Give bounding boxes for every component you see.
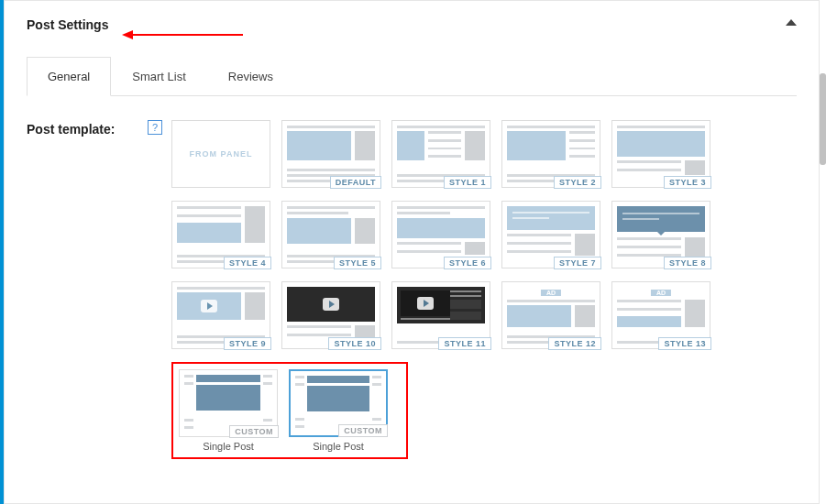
badge-style-11: STYLE 11: [438, 337, 491, 350]
template-style-2[interactable]: STYLE 2: [501, 120, 600, 188]
caption-custom-2: Single Post: [289, 441, 388, 452]
panel-content: General Smart List Reviews Post template…: [5, 45, 819, 459]
badge-style-10: STYLE 10: [328, 337, 381, 350]
template-style-9[interactable]: STYLE 9: [171, 281, 270, 349]
help-icon[interactable]: ?: [148, 120, 162, 135]
tab-general[interactable]: General: [27, 57, 111, 96]
badge-style-1: STYLE 1: [444, 176, 491, 189]
template-style-1[interactable]: STYLE 1: [391, 120, 490, 188]
tab-panel-general: Post template: ? FROM PANEL: [27, 96, 797, 459]
template-custom-1[interactable]: CUSTOM: [179, 369, 278, 437]
post-settings-panel: Post Settings General Smart List Reviews…: [4, 0, 820, 504]
tabs: General Smart List Reviews: [27, 56, 797, 96]
template-style-13[interactable]: AD STYLE 13: [611, 281, 710, 349]
badge-style-5: STYLE 5: [334, 257, 381, 269]
badge-style-8: STYLE 8: [664, 257, 711, 269]
badge-style-7: STYLE 7: [554, 257, 601, 269]
template-style-10[interactable]: STYLE 10: [281, 281, 380, 349]
annotation-arrow-line: [133, 34, 243, 36]
badge-style-13: STYLE 13: [658, 337, 711, 350]
template-style-3[interactable]: STYLE 3: [611, 120, 710, 188]
collapse-icon[interactable]: [786, 19, 797, 26]
badge-style-12: STYLE 12: [548, 337, 601, 350]
badge-style-4: STYLE 4: [224, 257, 271, 269]
tab-smart-list[interactable]: Smart List: [111, 57, 207, 96]
template-style-5[interactable]: STYLE 5: [281, 201, 380, 268]
badge-style-2: STYLE 2: [554, 176, 601, 189]
ad-tag-13: AD: [651, 290, 671, 296]
badge-custom-1: CUSTOM: [229, 425, 279, 438]
from-panel-text: FROM PANEL: [190, 149, 253, 159]
badge-style-9: STYLE 9: [224, 337, 271, 350]
badge-default: DEFAULT: [330, 176, 381, 189]
post-template-label: Post template:: [27, 120, 146, 137]
badge-style-3: STYLE 3: [664, 176, 711, 189]
template-style-7[interactable]: STYLE 7: [501, 201, 600, 268]
badge-style-6: STYLE 6: [444, 257, 491, 269]
panel-title: Post Settings: [27, 17, 108, 32]
annotation-arrow-head: [122, 30, 133, 39]
caption-custom-1: Single Post: [179, 441, 278, 452]
ad-tag-12: AD: [541, 290, 561, 296]
custom-templates-highlight: CUSTOM Single Post: [171, 362, 408, 459]
template-style-12[interactable]: AD STYLE 12: [501, 281, 600, 349]
template-style-4[interactable]: STYLE 4: [171, 201, 270, 268]
template-from-panel[interactable]: FROM PANEL: [171, 120, 270, 188]
template-grid: FROM PANEL: [171, 120, 758, 459]
scrollbar-thumb[interactable]: [820, 73, 826, 165]
template-custom-2[interactable]: CUSTOM: [289, 369, 388, 437]
template-default[interactable]: DEFAULT: [281, 120, 380, 188]
template-style-6[interactable]: STYLE 6: [391, 201, 490, 268]
tab-reviews[interactable]: Reviews: [207, 57, 294, 96]
badge-custom-2: CUSTOM: [338, 424, 388, 437]
template-style-11[interactable]: STYLE 11: [391, 281, 490, 349]
template-style-8[interactable]: STYLE 8: [611, 201, 710, 268]
